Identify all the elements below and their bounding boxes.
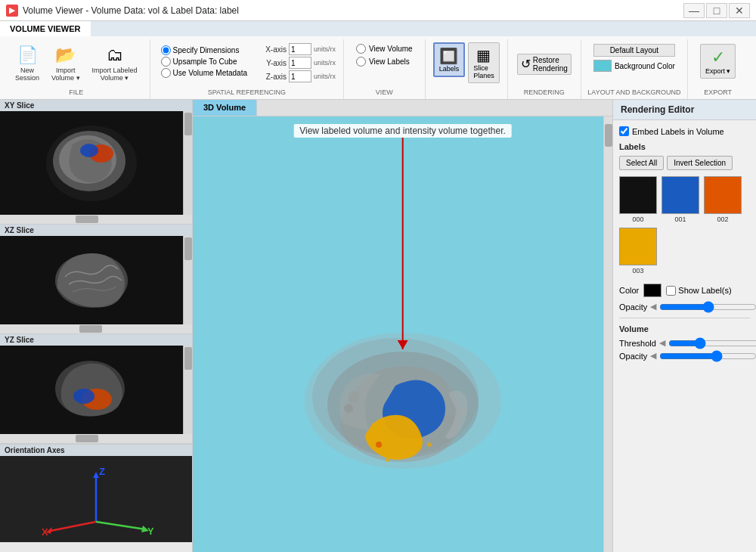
view-labels-radio[interactable] [356,57,366,67]
3d-view[interactable]: View labeled volume and intensity volume… [193,116,612,552]
ribbon-tab-volume-viewer[interactable]: VOLUME VIEWER [0,21,91,36]
minimize-button[interactable]: — [683,3,705,18]
ribbon: 📄 NewSession 📂 ImportVolume ▾ 🗂 Import L… [0,36,756,100]
y-axis-input[interactable] [289,57,311,69]
yz-slice-content [0,346,192,434]
xy-slice-canvas[interactable] [0,111,183,215]
show-label-checkbox[interactable] [666,286,676,296]
swatch-000[interactable]: 000 [619,176,657,223]
main-area: XY Slice [0,100,756,552]
maximize-button[interactable]: □ [706,3,727,18]
export-button[interactable]: ✓ Export ▾ [700,44,736,79]
orient-content[interactable]: Z Y X [0,456,192,542]
yz-hscroll-thumb[interactable] [76,435,98,442]
labels-section-title: Labels [619,142,750,151]
xz-slice-panel: XZ Slice [0,225,192,334]
labels-button[interactable]: 🔲 Labels [433,42,466,77]
export-section-label: EXPORT [704,87,732,98]
color-row: Color Show Label(s) [619,284,750,297]
spatial-section-label: SPATIAL REFERENCING [208,87,286,98]
xy-scrollbar[interactable] [183,111,192,215]
xz-slice-header: XZ Slice [0,225,192,236]
3d-view-scrollbar[interactable] [603,116,612,552]
svg-text:X: X [42,526,48,537]
volume-opacity-slider[interactable] [659,352,756,361]
color-label: Color [619,286,639,295]
opacity-slider[interactable] [659,302,756,312]
import-volume-button[interactable]: 📂 ImportVolume ▾ [47,42,85,85]
view-section-label: VIEW [376,87,393,98]
xz-hscroll[interactable] [0,324,192,333]
invert-selection-button[interactable]: Invert Selection [667,156,733,170]
y-axis-row: Y-axis units/rx [256,57,336,69]
upsample-cube-radio[interactable] [161,57,171,67]
yz-hscroll[interactable] [0,434,192,443]
x-axis-label: X-axis [256,45,287,54]
xy-brain-svg [42,122,141,205]
bg-color-row: Background Color [593,60,675,72]
ribbon-section-layout: Default Layout Background Color LAYOUT A… [581,39,688,99]
svg-point-27 [376,442,382,448]
restore-rendering-button[interactable]: ↺ RestoreRendering [517,54,572,75]
bg-color-swatch[interactable] [593,60,612,72]
swatch-001-box[interactable] [662,176,699,214]
swatch-003[interactable]: 003 [619,228,657,274]
color-swatch[interactable] [643,284,662,297]
export-label: Export ▾ [705,67,731,75]
xz-slice-canvas[interactable] [0,236,183,324]
embed-labels-checkbox[interactable] [619,126,629,136]
yz-scrollbar[interactable] [183,346,192,434]
swatch-000-box[interactable] [619,176,657,214]
volume-opacity-row: Opacity ◀ [619,351,750,361]
default-layout-button[interactable]: Default Layout [593,44,675,57]
new-session-button[interactable]: 📄 NewSession [11,42,44,85]
xz-scrollbar[interactable] [183,236,192,324]
specify-dims-radio[interactable] [161,45,171,55]
swatch-002-box[interactable] [704,176,742,214]
view-labels-row: View Labels [356,57,413,67]
xy-hscroll[interactable] [0,215,192,224]
3d-view-scroll-thumb[interactable] [605,124,612,147]
upsample-cube-row: Upsample To Cube [161,57,247,67]
divider [619,318,750,318]
left-panel: XY Slice [0,100,193,552]
use-metadata-radio[interactable] [161,68,171,78]
close-button[interactable]: ✕ [729,3,750,18]
labels-icon: 🔲 [439,47,458,65]
y-axis-label: Y-axis [256,59,287,67]
xy-scroll-thumb[interactable] [184,113,192,135]
select-all-button[interactable]: Select All [619,156,664,170]
ribbon-section-view: View Volume View Labels VIEW [344,39,426,99]
import-labeled-label: Import LabeledVolume ▾ [92,67,138,82]
xz-scroll-thumb[interactable] [184,237,192,260]
window-controls[interactable]: — □ ✕ [683,3,750,18]
orient-panel: Orientation Axes Z Y X [0,444,192,542]
import-labeled-button[interactable]: 🗂 Import LabeledVolume ▾ [88,42,142,85]
rendering-content: ↺ RestoreRendering [514,41,575,87]
ribbon-section-spatial: Specify Dimensions Upsample To Cube Use … [150,39,344,99]
z-axis-input[interactable] [289,70,311,82]
svg-point-28 [369,433,373,437]
tab-3d-volume[interactable]: 3D Volume [193,100,257,116]
rendering-editor-title: Rendering Editor [613,100,756,120]
swatch-003-box[interactable] [619,228,657,265]
slice-planes-button[interactable]: ▦ SlicePlanes [468,42,500,83]
xz-slice-title: XZ Slice [5,226,34,234]
swatch-001[interactable]: 001 [662,176,699,223]
new-session-icon: 📄 [17,45,38,65]
tab-bar: 3D Volume [193,100,612,116]
opacity-row: Opacity ◀ [619,302,750,312]
swatch-002[interactable]: 002 [704,176,742,223]
xz-brain-svg [42,243,141,318]
yz-scroll-thumb[interactable] [184,347,192,370]
x-axis-input[interactable] [289,43,311,55]
svg-point-29 [427,442,432,447]
threshold-slider[interactable] [668,339,756,348]
xz-hscroll-thumb[interactable] [79,325,102,333]
volume-section-title: Volume [619,324,750,333]
threshold-row: Threshold ◀ [619,338,750,348]
xy-slice-panel: XY Slice [0,100,192,225]
yz-slice-canvas[interactable] [0,346,183,434]
view-volume-radio[interactable] [356,44,366,54]
xy-hscroll-thumb[interactable] [76,216,98,223]
